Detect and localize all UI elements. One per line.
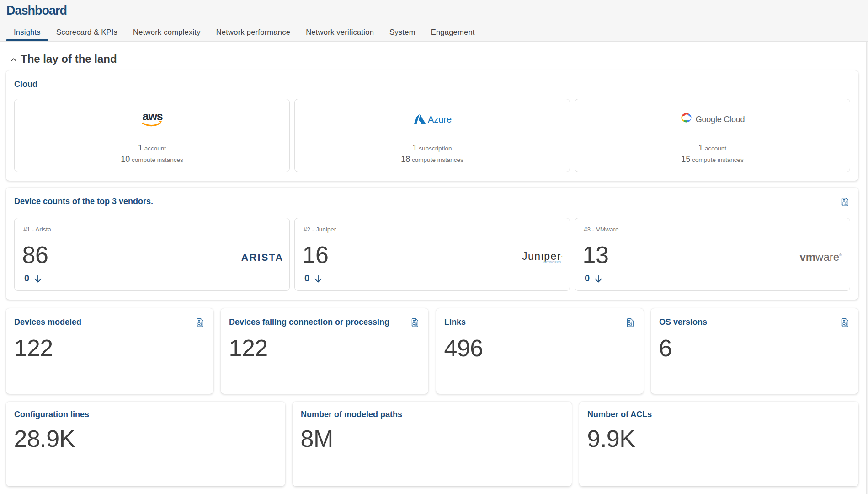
- svg-text:aws: aws: [142, 111, 162, 123]
